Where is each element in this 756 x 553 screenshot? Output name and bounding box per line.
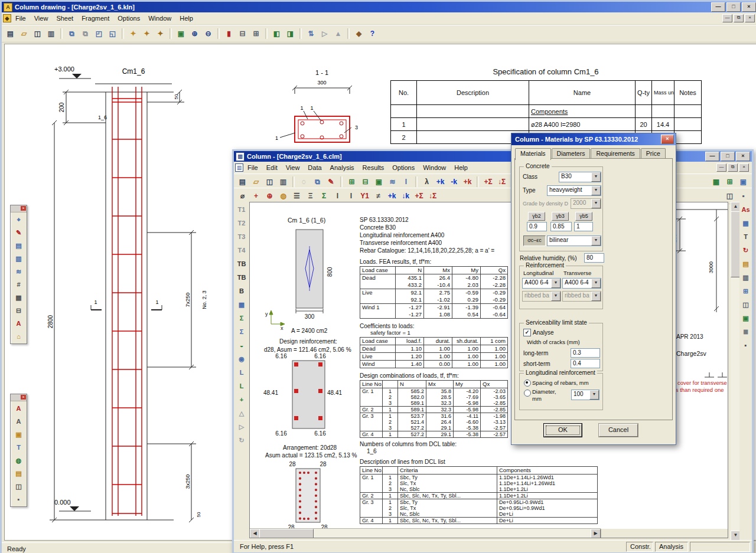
open-icon[interactable]: ▱ [249,176,263,188]
menu-item-fragment[interactable]: Fragment [77,14,113,23]
wizard-icon[interactable]: ▲ [331,28,345,40]
menu-item-view[interactable]: View [282,163,304,172]
tool-sigma2-icon[interactable]: Σ [234,325,249,339]
tab-materials[interactable]: Materials [515,148,551,160]
menu-item-data[interactable]: Data [304,163,325,172]
diameter-radio[interactable] [524,390,531,397]
long-class-combo[interactable]: A400 6-4▼ [522,278,561,289]
diameter-radio-label[interactable]: Diameter, [532,388,556,395]
humidity-field[interactable]: 80 [584,253,604,263]
home-tool-icon[interactable]: ⌂ [12,330,25,343]
text-a-icon[interactable]: A [12,402,25,415]
palette-header[interactable]: × [11,205,27,212]
status-constr-pane[interactable]: Constr. [626,542,653,552]
gamma-b2-button[interactable]: γb2 [528,212,545,221]
print-icon[interactable]: ▥ [44,28,58,40]
table-icon[interactable]: ⊟ [236,28,249,40]
tool-play-icon[interactable]: ▷ [234,420,249,434]
xi-icon[interactable]: Ξ [304,190,317,202]
save-icon[interactable]: ◫ [31,28,44,40]
tab-requirements[interactable]: Requirements [591,148,640,159]
mdi-close-icon[interactable]: × [745,14,755,22]
add-k-icon[interactable]: +k [461,176,474,188]
tool-t1-icon[interactable]: T1 [234,203,249,217]
menu-item-edit[interactable]: Edit [262,163,282,172]
ruler-icon[interactable]: ▮ [222,28,236,40]
plus-sigma-icon[interactable]: +Σ [481,176,495,188]
image-icon[interactable]: ▣ [12,428,25,441]
tool-tb1-icon[interactable]: TB [234,257,249,271]
tool-tb2-icon[interactable]: TB [234,271,249,284]
mdi-close-icon[interactable]: × [739,163,749,172]
chevron-down-icon[interactable]: ▼ [551,279,561,288]
zoom-in-icon[interactable]: ⊕ [188,28,201,40]
child-system-menu-icon[interactable]: ▥ [235,163,243,172]
dialog-close-icon[interactable]: × [661,135,674,144]
minimize-button[interactable]: — [705,152,719,161]
short-term-field[interactable]: 0.4 [571,359,600,368]
chevron-down-icon[interactable]: ▼ [591,186,601,195]
add-circle-icon[interactable]: ⊕ [263,190,276,202]
menu-item-sheet[interactable]: Sheet [52,14,77,23]
menu-item-help[interactable]: Help [450,163,472,172]
fragment-paste-icon[interactable]: ◱ [106,28,119,40]
gamma-b3-button[interactable]: γb3 [552,212,569,221]
tool-tri-icon[interactable]: △ [234,407,249,420]
gamma-b3-field[interactable]: 0.85 [550,222,572,231]
chevron-down-icon[interactable]: ▼ [591,172,601,182]
view-grid-icon[interactable]: ⊞ [723,176,737,188]
grid-icon[interactable]: ⊞ [739,284,753,298]
view-sheet-icon[interactable]: ▣ [737,176,750,188]
help-icon[interactable]: ? [366,28,379,40]
close-button[interactable]: × [742,2,756,12]
frame-icon[interactable]: ◫ [723,190,737,202]
sheet1-icon[interactable]: ▤ [739,257,753,271]
menu-item-results[interactable]: Results [359,163,389,172]
spacing-radio-label[interactable]: Spacing of rebars, mm [532,379,589,386]
plus-k-icon[interactable]: +k [385,190,399,202]
chevron-down-icon[interactable]: ▼ [589,390,599,400]
tool-plus-icon[interactable]: + [234,393,249,407]
down-k-icon[interactable]: ↓k [399,190,412,202]
status-analysis-pane[interactable]: Analysis [655,542,688,552]
t-icon[interactable]: T [739,230,753,244]
hatch-tool-icon[interactable]: # [12,278,25,291]
pane-right-icon[interactable]: ◨ [284,28,297,40]
sheet-icon[interactable]: ▤ [12,467,25,480]
key-sheet-icon[interactable]: ✦ [140,28,154,40]
section-tool-icon[interactable]: ▥ [12,252,25,265]
tab-diameters[interactable]: Diameters [552,148,591,159]
menu-item-window[interactable]: Window [419,163,450,172]
section-icon[interactable]: ⊟ [359,176,372,188]
table-tool-icon[interactable]: ⊟ [12,304,25,317]
material-icon[interactable]: ◍ [276,190,290,202]
view-mesh-icon[interactable]: ▦ [709,176,723,188]
zoom-tool-icon[interactable]: ⌖ [12,213,25,226]
key-drawing-icon[interactable]: ✦ [154,28,167,40]
palette-close-icon[interactable]: × [21,206,26,211]
i-icon[interactable]: I [344,190,358,202]
main-titlebar[interactable]: A Column drawing - [Charge2sv_1_6.kln] —… [2,2,756,12]
menu-item-options[interactable]: Options [113,14,144,23]
tool-mesh-icon[interactable]: ▦ [234,298,249,312]
close-button[interactable]: × [736,152,750,161]
paste-icon[interactable]: ⧉ [79,28,92,40]
text-block-icon[interactable]: T [12,441,25,454]
menu-item-help[interactable]: Help [175,14,197,23]
wave-icon[interactable]: ≋ [386,176,399,188]
plus-sigma-icon[interactable]: +Σ [412,190,426,202]
down-sigma-icon[interactable]: ↓Σ [495,176,509,188]
package-icon[interactable]: ◆ [352,28,366,40]
copy-icon[interactable]: ⧉ [65,28,79,40]
menu-item-options[interactable]: Options [388,163,419,172]
pane-left-icon[interactable]: ◧ [270,28,284,40]
open-icon[interactable]: ▱ [17,28,31,40]
scroll-right-icon[interactable]: ▶ [591,529,601,538]
scheme-icon[interactable]: ⊞ [345,176,359,188]
analyse-checkbox[interactable]: ✓ [523,329,531,336]
y1-icon[interactable]: Y1 [358,190,372,202]
add-node-icon[interactable]: + [249,190,263,202]
trans-class-combo[interactable]: A400 6-4▼ [562,278,601,289]
menu-item-file[interactable]: File [243,163,262,172]
gamma-b5-button[interactable]: γb5 [575,212,592,221]
